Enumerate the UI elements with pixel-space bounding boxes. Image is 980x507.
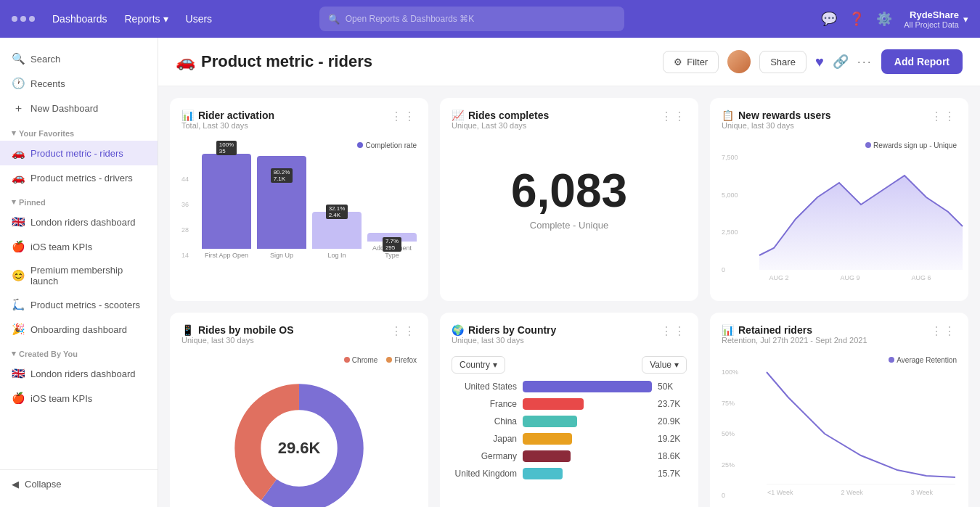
- country-row-de: Germany 18.6K: [452, 450, 687, 462]
- big-number: 6,083: [452, 168, 687, 214]
- bar-label-1: First App Open: [205, 252, 248, 259]
- card-subtitle: Total, Last 30 days: [181, 121, 274, 130]
- card-header-retained: 📊 Retained riders Retention, Jul 27th 20…: [722, 324, 957, 353]
- mobile-os-legend: Chrome Firefox: [181, 356, 417, 364]
- sidebar-collapse[interactable]: ◀ Collapse: [0, 469, 158, 498]
- card-subtitle-mobile-os: Unique, last 30 days: [181, 336, 293, 345]
- x-label-3: AUG 6: [911, 274, 931, 281]
- sidebar-item-product-metric-riders[interactable]: 🚗 Product metric - riders: [0, 141, 158, 165]
- value-filter-arrow: ▾: [674, 360, 679, 370]
- country-filter-row: Country ▾ Value ▾: [452, 356, 687, 374]
- user-dropdown-icon: ▾: [963, 14, 968, 25]
- country-row-uk: United Kingdom 15.7K: [452, 468, 687, 479]
- sidebar-item-created-london[interactable]: 🇬🇧 London riders dashboard: [0, 361, 158, 386]
- search-icon: 🔍: [12, 52, 25, 65]
- card-rides-mobile-os: 📱 Rides by mobile OS Unique, last 30 day…: [170, 313, 428, 507]
- page-title: 🚗 Product metric - riders: [176, 52, 372, 71]
- country-row-fr: France 23.7K: [452, 398, 687, 410]
- favorite-icon[interactable]: ♥: [815, 54, 824, 70]
- bar-tooltip-1: 100%35: [216, 141, 237, 155]
- retention-chart: [743, 368, 979, 485]
- clock-icon: 🕐: [12, 77, 25, 90]
- card-menu-icon[interactable]: ⋮⋮: [391, 110, 417, 123]
- settings-icon[interactable]: ⚙️: [876, 11, 892, 27]
- sidebar-item-onboarding[interactable]: 🎉 Onboarding dashboard: [0, 317, 158, 342]
- sidebar-item-london[interactable]: 🇬🇧 London riders dashboard: [0, 210, 158, 234]
- link-icon[interactable]: 🔗: [833, 54, 849, 70]
- card-title-mobile-os: 📱 Rides by mobile OS: [181, 324, 293, 336]
- filter-button[interactable]: ⚙ Filter: [663, 51, 719, 73]
- sidebar-item-product-metrics-drivers[interactable]: 🚗 Product metrics - drivers: [0, 165, 158, 190]
- card-rides-completes: 📈 Rides completes Unique, Last 30 days ⋮…: [440, 98, 698, 301]
- topnav: Dashboards Reports ▾ Users 🔍 Open Report…: [0, 0, 980, 38]
- rides-menu-icon[interactable]: ⋮⋮: [661, 110, 687, 123]
- pinned-arrow: ▾: [12, 197, 16, 207]
- share-button[interactable]: Share: [759, 51, 807, 73]
- country-menu-icon[interactable]: ⋮⋮: [661, 324, 687, 338]
- x-label-2: AUG 9: [840, 274, 859, 281]
- country-filter-arrow: ▾: [493, 360, 497, 370]
- rides-icon: 📈: [452, 110, 464, 121]
- retention-x-3: 3 Week: [911, 489, 933, 496]
- nav-reports[interactable]: Reports ▾: [125, 13, 168, 25]
- sidebar-new-dashboard[interactable]: ＋ New Dashboard: [0, 96, 158, 121]
- card-header-rides: 📈 Rides completes Unique, Last 30 days ⋮…: [452, 110, 687, 139]
- page-header: 🚗 Product metric - riders ⚙ Filter Share…: [158, 38, 980, 86]
- main-content: 🚗 Product metric - riders ⚙ Filter Share…: [158, 38, 980, 507]
- x-label-1: AUG 2: [769, 274, 788, 281]
- card-title-retained: 📊 Retained riders: [722, 324, 867, 336]
- retention-x-1: <1 Week: [767, 489, 793, 496]
- bar-label-2: Sign Up: [270, 252, 293, 259]
- help-icon[interactable]: ❓: [849, 11, 865, 27]
- layout: 🔍 Search 🕐 Recents ＋ New Dashboard ▾ You…: [0, 38, 980, 507]
- value-filter-button[interactable]: Value ▾: [642, 356, 687, 374]
- sidebar-item-scooters[interactable]: 🛴 Product metrics - scooters: [0, 292, 158, 317]
- retention-x-2: 2 Week: [841, 489, 862, 496]
- card-subtitle-rides: Unique, Last 30 days: [452, 121, 549, 130]
- filter-icon: ⚙: [674, 57, 682, 67]
- sidebar-item-created-ios[interactable]: 🍎 iOS team KPIs: [0, 386, 158, 411]
- more-icon[interactable]: ···: [857, 54, 873, 70]
- dashboard-grid: 📊 Rider activation Total, Last 30 days ⋮…: [158, 86, 980, 507]
- sidebar-search[interactable]: 🔍 Search: [0, 46, 158, 71]
- user-subtitle: All Project Data: [904, 20, 959, 29]
- card-title-country: 🌍 Riders by Country: [452, 324, 556, 336]
- nav-dashboards[interactable]: Dashboards: [52, 13, 107, 25]
- y-axis: 44 36 28 14: [181, 176, 189, 259]
- header-actions: ⚙ Filter Share ♥ 🔗 ··· Add Report: [663, 49, 963, 74]
- retained-menu-icon[interactable]: ⋮⋮: [931, 324, 957, 338]
- card-retained-riders: 📊 Retained riders Retention, Jul 27th 20…: [710, 313, 968, 507]
- user-menu[interactable]: RydeShare All Project Data ▾: [904, 9, 968, 29]
- card-subtitle-rewards: Unique, last 30 days: [722, 121, 831, 130]
- sidebar-item-ios-kpis[interactable]: 🍎 iOS team KPIs: [0, 234, 158, 259]
- card-header-rider-activation: 📊 Rider activation Total, Last 30 days ⋮…: [181, 110, 417, 139]
- pinned-section-header[interactable]: ▾ Pinned: [0, 190, 158, 210]
- card-rider-activation: 📊 Rider activation Total, Last 30 days ⋮…: [170, 98, 428, 301]
- created-section-header[interactable]: ▾ Created By You: [0, 342, 158, 361]
- sidebar-item-premium[interactable]: 😊 Premium membership launch: [0, 259, 158, 292]
- nav-users[interactable]: Users: [186, 13, 213, 25]
- bar-1: [202, 154, 251, 249]
- user-name: RydeShare: [904, 9, 959, 20]
- search-icon: 🔍: [328, 14, 340, 25]
- topnav-right: 💬 ❓ ⚙️ RydeShare All Project Data ▾: [821, 9, 968, 29]
- mobile-os-menu-icon[interactable]: ⋮⋮: [391, 324, 417, 338]
- favorites-section-header[interactable]: ▾ Your Favorites: [0, 121, 158, 141]
- retained-legend: Average Retention: [722, 356, 957, 364]
- rewards-icon: 📋: [722, 110, 734, 121]
- card-title-rides: 📈 Rides completes: [452, 110, 549, 121]
- country-filter-button[interactable]: Country ▾: [452, 356, 505, 374]
- country-row-cn: China 20.9K: [452, 416, 687, 427]
- created-arrow: ▾: [12, 349, 16, 358]
- big-number-label: Complete - Unique: [452, 220, 687, 231]
- add-report-button[interactable]: Add Report: [881, 49, 963, 74]
- chat-icon[interactable]: 💬: [821, 11, 837, 27]
- rewards-legend: Rewards sign up - Unique: [722, 141, 957, 149]
- global-search[interactable]: 🔍 Open Reports & Dashboards ⌘K: [319, 7, 624, 31]
- country-icon: 🌍: [452, 324, 464, 336]
- card-header-mobile-os: 📱 Rides by mobile OS Unique, last 30 day…: [181, 324, 417, 353]
- rewards-menu-icon[interactable]: ⋮⋮: [931, 110, 957, 123]
- page-icon: 🚗: [176, 52, 195, 71]
- card-new-rewards: 📋 New rewards users Unique, last 30 days…: [710, 98, 968, 301]
- sidebar-recents[interactable]: 🕐 Recents: [0, 71, 158, 96]
